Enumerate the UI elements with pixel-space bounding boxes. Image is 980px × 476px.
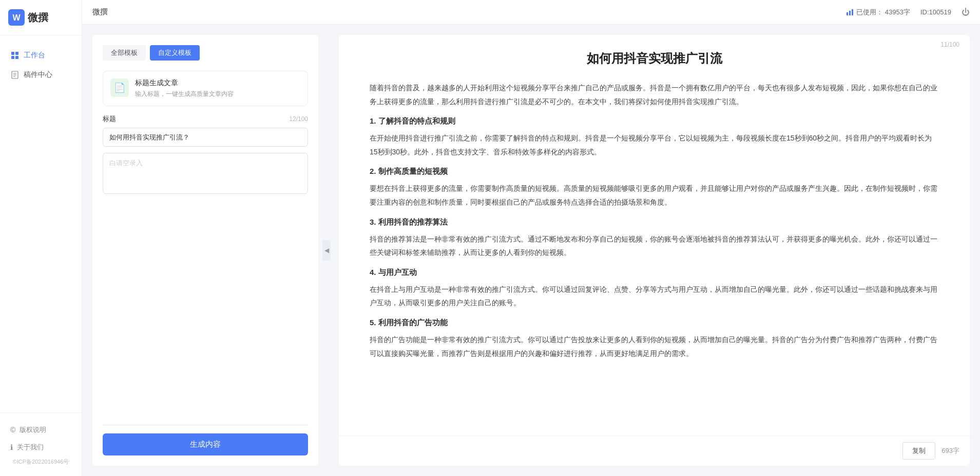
article-heading-3: 3. 利用抖音的推荐算法 (370, 217, 939, 227)
svg-rect-11 (849, 11, 851, 15)
usage-icon (846, 8, 854, 16)
textarea-placeholder-text: 白请空录入 (109, 158, 143, 168)
topbar-title: 微撰 (92, 7, 108, 17)
article-heading-4: 4. 与用户互动 (370, 268, 939, 277)
content-textarea[interactable]: 白请空录入 (103, 153, 308, 194)
collapse-arrow[interactable]: ◀ (322, 240, 331, 261)
article-heading-2: 2. 制作高质量的短视频 (370, 167, 939, 176)
article-page-info: 11/100 (339, 35, 970, 50)
article-para-4: 在抖音上与用户互动是一种非常有效的推广引流方式。你可以通过回复评论、点赞、分享等… (370, 283, 939, 310)
article-heading-5: 5. 利用抖音的广告功能 (370, 318, 939, 328)
logo-text: 微撰 (28, 11, 48, 25)
article-section-1: 1. 了解抖音的特点和规则 在开始使用抖音进行推广引流之前，你需要了解抖音的特点… (370, 116, 939, 158)
form-char-count: 12/100 (289, 115, 308, 123)
template-info: 标题生成文章 输入标题，一键生成高质量文章内容 (135, 78, 234, 98)
topbar: 微撰 已使用： 43953字 ID:100519 ⏻ (82, 0, 980, 25)
svg-text:W: W (12, 13, 21, 22)
user-id: ID:100519 (920, 8, 951, 16)
article-body[interactable]: 如何用抖音实现推广引流 随着抖音的普及，越来越多的人开始利用这个短视频分享平台来… (339, 50, 970, 435)
sidebar-nav: 工作台 稿件中心 (0, 35, 82, 412)
svg-rect-12 (852, 9, 853, 15)
right-panel: 11/100 如何用抖音实现推广引流 随着抖音的普及，越来越多的人开始利用这个短… (339, 35, 970, 466)
divider (103, 425, 308, 425)
sidebar-item-workbench[interactable]: 工作台 (0, 46, 82, 65)
article-para-intro: 随着抖音的普及，越来越多的人开始利用这个短视频分享平台来推广自己的产品或服务。抖… (370, 81, 939, 108)
article-para-2: 要想在抖音上获得更多的流量，你需要制作高质量的短视频。高质量的短视频能够吸引更多… (370, 182, 939, 209)
template-desc: 输入标题，一键生成高质量文章内容 (135, 90, 234, 98)
svg-rect-4 (11, 56, 14, 59)
svg-rect-2 (11, 52, 14, 55)
article-footer: 复制 693字 (339, 435, 970, 466)
svg-rect-3 (15, 52, 18, 55)
article-section-2: 2. 制作高质量的短视频 要想在抖音上获得更多的流量，你需要制作高质量的短视频。… (370, 167, 939, 209)
usage-label: 已使用： (856, 8, 883, 17)
icp-text: ©ICP备2022016946号 (0, 456, 82, 468)
article-section-4: 4. 与用户互动 在抖音上与用户互动是一种非常有效的推广引流方式。你可以通过回复… (370, 268, 939, 310)
svg-rect-5 (15, 56, 18, 59)
copyright-label: 版权说明 (20, 425, 46, 434)
copyright-icon: © (10, 426, 15, 434)
sidebar: W 微撰 工作台 (0, 0, 82, 476)
usage-display: 已使用： 43953字 (846, 8, 910, 17)
article-para-5: 抖音的广告功能是一种非常有效的推广引流方式。你可以通过广告投放来让更多的人看到你… (370, 333, 939, 360)
doc-icon: 📄 (114, 82, 125, 93)
usage-count: 43953字 (885, 8, 910, 17)
template-name: 标题生成文章 (135, 78, 234, 88)
tab-all[interactable]: 全部模板 (103, 45, 146, 61)
sidebar-bottom: © 版权说明 ℹ 关于我们 ©ICP备2022016946号 (0, 412, 82, 476)
template-card[interactable]: 📄 标题生成文章 输入标题，一键生成高质量文章内容 (103, 71, 308, 106)
title-input[interactable] (103, 128, 308, 147)
logo-icon: W (8, 9, 25, 26)
workbench-label: 工作台 (24, 51, 45, 60)
form-section: 标题 12/100 白请空录入 (103, 114, 308, 417)
about-item[interactable]: ℹ 关于我们 (0, 439, 82, 456)
form-label-text: 标题 (103, 114, 116, 124)
article-section-intro: 随着抖音的普及，越来越多的人开始利用这个短视频分享平台来推广自己的产品或服务。抖… (370, 81, 939, 108)
article-title: 如何用抖音实现推广引流 (370, 50, 939, 67)
workbench-icon (10, 51, 20, 60)
about-icon: ℹ (10, 443, 13, 451)
tab-custom[interactable]: 自定义模板 (150, 45, 200, 61)
article-para-3: 抖音的推荐算法是一种非常有效的推广引流方式。通过不断地发布和分享自己的短视频，你… (370, 232, 939, 260)
copy-button[interactable]: 复制 (902, 442, 935, 460)
article-section-3: 3. 利用抖音的推荐算法 抖音的推荐算法是一种非常有效的推广引流方式。通过不断地… (370, 217, 939, 260)
drafts-label: 稿件中心 (24, 70, 52, 80)
left-panel: 全部模板 自定义模板 📄 标题生成文章 输入标题，一键生成高质量文章内容 标题 … (92, 35, 318, 466)
svg-rect-10 (847, 12, 848, 15)
content-area: 全部模板 自定义模板 📄 标题生成文章 输入标题，一键生成高质量文章内容 标题 … (82, 25, 980, 476)
drafts-icon (10, 70, 20, 80)
article-para-1: 在开始使用抖音进行推广引流之前，你需要了解抖音的特点和规则。抖音是一个短视频分享… (370, 131, 939, 158)
generate-button[interactable]: 生成内容 (103, 433, 308, 455)
copyright-item[interactable]: © 版权说明 (0, 421, 82, 439)
template-tabs: 全部模板 自定义模板 (103, 45, 308, 61)
main-area: 微撰 已使用： 43953字 ID:100519 ⏻ 全部模板 自定义模板 (82, 0, 980, 476)
article-heading-1: 1. 了解抖音的特点和规则 (370, 116, 939, 126)
sidebar-item-drafts[interactable]: 稿件中心 (0, 65, 82, 85)
word-count: 693字 (941, 446, 959, 455)
logout-icon[interactable]: ⏻ (962, 8, 970, 17)
article-section-5: 5. 利用抖音的广告功能 抖音的广告功能是一种非常有效的推广引流方式。你可以通过… (370, 318, 939, 360)
form-label-row: 标题 12/100 (103, 114, 308, 124)
logo-area: W 微撰 (0, 0, 82, 35)
topbar-right: 已使用： 43953字 ID:100519 ⏻ (846, 8, 970, 17)
template-icon: 📄 (110, 78, 129, 97)
page-counter: 11/100 (940, 41, 959, 48)
about-label: 关于我们 (17, 443, 44, 452)
